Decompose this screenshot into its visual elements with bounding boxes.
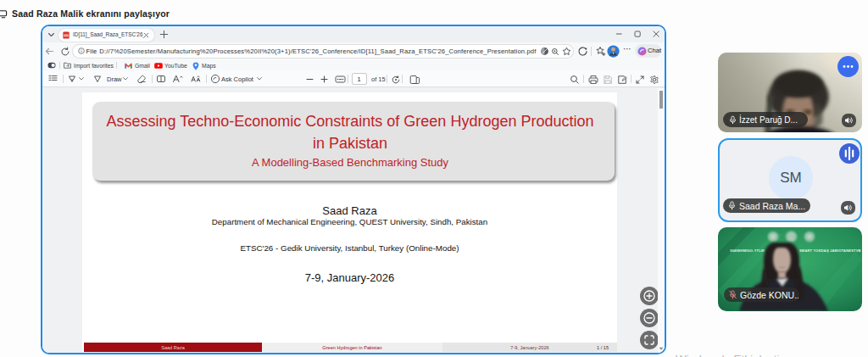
svg-text:3049EHMIGO-YTLIR: 3049EHMIGO-YTLIR — [730, 248, 765, 253]
svg-text:SMART YOKDAŞ JAMIOTANESTVB: SMART YOKDAŞ JAMIOTANESTVB — [799, 248, 861, 253]
